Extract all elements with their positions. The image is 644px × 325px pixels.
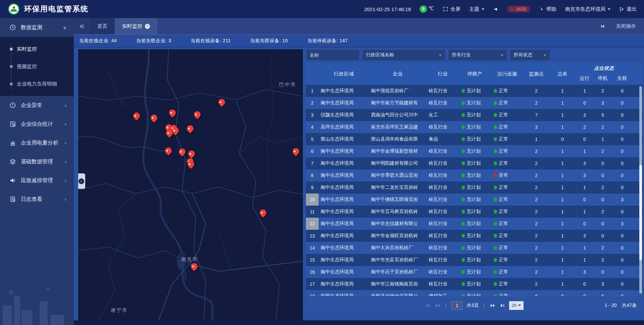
close-operations-button[interactable]: 关闭操作 — [616, 23, 636, 30]
tabs-scroll-right-button[interactable] — [600, 23, 606, 29]
table-row[interactable]: 4高坪生态环境局南充市高坪区王家店建砖瓦行业无计划正常31220 — [306, 121, 643, 133]
map-pin[interactable] — [292, 148, 299, 156]
last-page-button[interactable] — [500, 303, 505, 308]
help-button[interactable]: 帮助 — [539, 6, 556, 12]
row-number-cell: 17 — [306, 278, 319, 290]
notification-badge[interactable]: 2632 — [507, 6, 530, 12]
table-row[interactable]: 16阆中生态环境局阆中市石子页岩机砖厂砖瓦行业无计划正常21300 — [306, 266, 643, 278]
table-row[interactable]: 3仪陇生态环境局西南油气田分公司川中化工无计划正常71350 — [306, 109, 643, 121]
map-pin[interactable] — [166, 129, 173, 138]
column-header: 企业 — [369, 63, 427, 85]
table-row[interactable]: 5营山生态环境局营山县润丰肉食品有限食品无计划正常10010 — [306, 133, 643, 145]
limit-status-cell: 无计划 — [459, 145, 491, 157]
offline-cell: 0 — [612, 85, 633, 97]
scrollbar-thumb[interactable] — [639, 165, 642, 260]
page-size-select[interactable]: 20 — [509, 301, 524, 310]
map-pin[interactable] — [179, 149, 185, 157]
industry-filter-select[interactable]: 所有行业 ∨ — [448, 49, 507, 61]
map-pin[interactable] — [260, 210, 266, 218]
table-row[interactable]: 1阆中生态环境局阆中强锐页岩砖厂砖瓦行业无计划正常21120 — [306, 85, 643, 97]
sidebar: 数据监测∨实时监控视频监控企业电力负荷明细企业异常‹企业综合统计‹企业用电量分析… — [0, 18, 74, 325]
sidebar-item-5[interactable]: 基础数据管理‹ — [0, 152, 74, 171]
close-icon[interactable]: ✕ — [145, 24, 150, 29]
table-row[interactable]: 2阆中生态环境局阆中市南方节能建材有砖瓦行业无计划正常21030 — [306, 97, 643, 109]
fullscreen-icon — [443, 6, 448, 12]
facility-status-cell: 正常 — [491, 290, 523, 296]
sidebar-subitem[interactable]: 实时监控 — [0, 40, 74, 58]
volume-button[interactable] — [493, 7, 498, 12]
table-row[interactable]: 10阆中生态环境局阆中千佛镇五郎垭页岩砖瓦行业无计划正常21003 — [306, 194, 643, 206]
sidebar-item-4[interactable]: 企业用电量分析‹ — [0, 133, 74, 152]
name-input[interactable] — [310, 52, 356, 58]
sidebar-subitem[interactable]: 视频监控 — [0, 58, 74, 75]
map[interactable]: 巴中市南充市遂宁市 ‹ — [78, 49, 303, 320]
sidebar-item-6[interactable]: 应急减排管理‹ — [0, 171, 74, 190]
table-row[interactable]: 18南部生态环境局南部县砂华水泥有限公建材加工无计划正常60060 — [306, 290, 643, 296]
first-page-button[interactable] — [425, 303, 430, 308]
prev-page-button[interactable] — [434, 303, 440, 308]
tab-realtime-monitor[interactable]: 实时监控 ✕ — [115, 18, 157, 34]
running-cell: 0 — [576, 218, 594, 230]
industry-cell: 砖瓦行业 — [427, 242, 459, 254]
sidebar-subitem[interactable]: 企业电力负荷明细 — [0, 75, 74, 93]
table-row[interactable]: 9阆中生态环境局阆中市二龙长宝页岩砖砖瓦行业无计划正常21120 — [306, 181, 643, 194]
tab-home[interactable]: 首页 — [90, 18, 115, 34]
fullscreen-button[interactable]: 全屏 — [443, 6, 461, 12]
table-row[interactable]: 11阆中生态环境局阆中市五马桥页岩机砖砖瓦行业无计划正常21120 — [306, 206, 643, 218]
map-pin[interactable] — [172, 127, 179, 136]
next-page-button[interactable] — [490, 303, 496, 308]
map-pin[interactable] — [187, 125, 194, 133]
sidebar-item-3[interactable]: 企业综合统计‹ — [0, 115, 74, 133]
region-filter-select[interactable]: 行政区域名称 ∨ — [362, 49, 445, 61]
table-row[interactable]: 6阆中生态环境局阆中市金博瑞新型墙材砖瓦行业无计划正常21120 — [306, 145, 643, 157]
offline-cell: 0 — [612, 169, 633, 181]
table-row[interactable]: 14阆中生态环境局阆中大兴页岩机砖厂砖瓦行业无计划正常21120 — [306, 242, 643, 254]
sidebar-item-1[interactable]: 数据监测∨ — [0, 18, 74, 37]
tabs-scroll-left-button[interactable] — [74, 18, 90, 34]
table-row[interactable]: 8阆中生态环境局阆中市枣碧大梁山页岩砖瓦行业无计划异常21300 — [306, 169, 643, 181]
table-scrollbar[interactable] — [639, 86, 642, 293]
chevron-down-icon — [608, 8, 610, 10]
table-row[interactable]: 7阆中生态环境局阆中明阳建材有限公司砖瓦行业无计划正常21300 — [306, 157, 643, 169]
map-pin[interactable] — [165, 148, 172, 156]
map-pin[interactable] — [218, 99, 225, 107]
chevron-left-icon: ‹ — [65, 103, 66, 108]
theme-dropdown[interactable]: 主题 — [469, 6, 484, 12]
map-pin[interactable] — [169, 109, 176, 117]
name-filter-input[interactable] — [306, 49, 360, 61]
industry-cell: 砖瓦行业 — [427, 278, 459, 290]
map-collapse-toggle[interactable]: ‹ — [78, 173, 85, 189]
offline-cell: 0 — [612, 278, 633, 290]
sidebar-item-2[interactable]: 企业异常‹ — [0, 96, 74, 115]
stopped-cell: 5 — [594, 109, 612, 121]
status-filter-select[interactable]: 所有状态 ∨ — [510, 49, 550, 61]
table-row[interactable]: 13阆中生态环境局阆中市金福旺页岩机砖砖瓦行业无计划正常21300 — [306, 230, 643, 242]
status-dot — [494, 246, 497, 250]
meters-cell: 1 — [549, 121, 576, 133]
logout-button[interactable]: 退出 — [619, 6, 637, 12]
sidebar-nav: 数据监测∨实时监控视频监控企业电力负荷明细企业异常‹企业综合统计‹企业用电量分析… — [0, 18, 74, 209]
facility-status-cell: 正常 — [491, 242, 523, 254]
table-row[interactable]: 12阆中生态环境局阆中市忠信建材有限公砖瓦行业无计划正常21003 — [306, 218, 643, 230]
map-pin[interactable] — [151, 115, 157, 123]
sidebar-item-7[interactable]: 日志查看‹ — [0, 190, 74, 209]
map-pin[interactable] — [187, 161, 194, 169]
region-cell: 阆中生态环境局 — [319, 230, 369, 242]
meters-cell: 1 — [549, 194, 576, 206]
map-pin[interactable] — [194, 111, 201, 119]
status-dot — [494, 149, 497, 153]
map-pin[interactable] — [191, 263, 198, 271]
map-pin[interactable] — [188, 150, 195, 158]
column-header: 行业 — [427, 63, 459, 85]
points-cell: 2 — [523, 194, 549, 206]
column-header: 行政区域 — [319, 63, 369, 85]
status-dot — [462, 173, 465, 177]
table-row[interactable]: 17阆中生态环境局阆中市江南镇阆南页岩砖瓦行业无计划正常21030 — [306, 278, 643, 290]
map-pin[interactable] — [133, 112, 140, 120]
region-cell: 仪陇生态环境局 — [319, 109, 369, 121]
table-row[interactable]: 15阆中生态环境局阆中市光富页岩机砖厂砖瓦行业无计划正常21120 — [306, 254, 643, 266]
total-count-label: 共47条 — [622, 303, 637, 309]
page-number-input[interactable]: 1 — [451, 301, 463, 310]
stopped-cell: 2 — [594, 206, 612, 218]
org-dropdown[interactable]: 南充市生态环境局 — [565, 6, 610, 12]
